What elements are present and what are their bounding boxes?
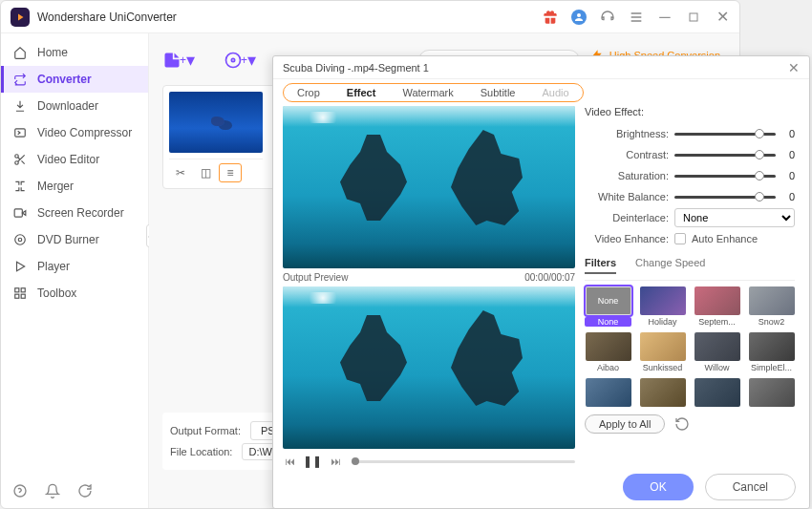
whitebalance-row: White Balance: 0 [585,186,795,207]
bell-icon[interactable] [45,483,60,498]
svg-rect-9 [15,288,19,292]
preview-output [283,286,575,449]
editor-title: Scuba Diving -.mp4-Segment 1 [283,62,429,74]
sidebar-label: Video Compressor [37,126,132,139]
tab-effect[interactable]: Effect [333,84,390,101]
app-title: Wondershare UniConverter [37,11,543,24]
svg-marker-8 [17,262,25,270]
sidebar-item-converter[interactable]: Converter [1,66,148,93]
filter-aibao[interactable]: Aibao [585,332,631,372]
scissors-icon [12,152,28,167]
sidebar-label: Video Editor [37,153,99,166]
sidebar: Home Converter Downloader Video Compress… [1,33,149,508]
sidebar-label: Home [37,46,68,59]
gift-icon[interactable] [543,10,558,25]
enhance-row: Video Enhance: Auto Enhance [585,228,795,249]
menu-icon[interactable] [629,10,644,25]
file-location-label: File Location: [170,446,232,457]
sidebar-item-recorder[interactable]: Screen Recorder [1,200,148,226]
tab-watermark[interactable]: Watermark [389,84,466,101]
svg-rect-12 [21,294,25,298]
pause-icon[interactable]: ❚❚ [306,455,319,468]
add-file-button[interactable]: + ▾ [162,50,195,71]
file-mini-tools: ✂ ◫ ≡ [169,159,263,182]
disc-icon [12,232,28,247]
filter-sunkissed[interactable]: Sunkissed [639,332,686,372]
sidebar-item-dvd[interactable]: DVD Burner [1,226,148,253]
subtab-filters[interactable]: Filters [585,257,616,274]
sidebar-item-compressor[interactable]: Video Compressor [1,119,148,146]
user-icon[interactable] [571,10,587,25]
home-icon [12,45,28,60]
preview-timecode: 00:00/00:07 [524,272,575,283]
saturation-slider[interactable] [674,175,776,178]
effects-icon[interactable]: ≡ [219,163,242,182]
cancel-button[interactable]: Cancel [705,474,796,500]
next-frame-icon[interactable]: ⏭ [329,455,342,468]
titlebar: Wondershare UniConverter ─ ✕ [1,1,739,33]
subtab-speed[interactable]: Change Speed [635,257,705,274]
brightness-row: Brightness: 0 [585,123,795,144]
sidebar-item-toolbox[interactable]: Toolbox [1,280,148,307]
filter-extra-4[interactable] [748,378,795,407]
tab-subtitle[interactable]: Subtitle [467,84,529,101]
grid-icon [12,286,28,301]
sidebar-label: Converter [37,73,92,86]
ok-button[interactable]: OK [623,474,693,500]
contrast-row: Contrast: 0 [585,144,795,165]
headset-icon[interactable] [600,10,615,25]
minimize-icon[interactable]: ─ [657,10,673,25]
filter-simpleel[interactable]: SimpleEl... [748,332,795,372]
help-icon[interactable] [12,483,28,498]
svg-point-0 [577,13,581,17]
contrast-slider[interactable] [674,154,776,157]
sidebar-item-player[interactable]: Player [1,253,148,280]
apply-to-all-button[interactable]: Apply to All [585,414,665,434]
filter-none[interactable]: NoneNone [585,286,631,327]
sidebar-item-home[interactable]: Home [1,39,148,66]
crop-icon[interactable]: ◫ [194,163,217,182]
sidebar-label: Player [37,260,70,273]
preview-original [283,106,575,268]
editor-header: Scuba Diving -.mp4-Segment 1 ✕ [273,56,809,79]
app-logo [11,8,30,27]
svg-point-14 [226,53,241,68]
reset-icon[interactable] [674,416,690,432]
filter-holiday[interactable]: Holiday [639,286,686,327]
filter-extra-1[interactable] [585,378,631,407]
record-icon [12,205,28,221]
auto-enhance-checkbox[interactable] [674,233,686,244]
filter-extra-2[interactable] [639,378,686,407]
editor-close-icon[interactable]: ✕ [788,60,800,75]
editor-body: Output Preview 00:00/00:07 Video Effect:… [273,106,809,453]
sidebar-label: Screen Recorder [37,206,124,220]
filter-september[interactable]: Septem... [694,286,740,327]
filter-extra-3[interactable] [694,378,740,407]
filter-willow[interactable]: Willow [694,332,740,372]
feedback-icon[interactable] [77,483,93,498]
sidebar-label: Merger [37,180,74,193]
preview-meta: Output Preview 00:00/00:07 [283,272,575,283]
compress-icon [12,125,28,140]
whitebalance-slider[interactable] [674,196,776,199]
maximize-icon[interactable] [686,10,701,25]
brightness-slider[interactable] [674,133,776,136]
filter-snow2[interactable]: Snow2 [748,286,795,327]
filter-grid: NoneNone Holiday Septem... Snow2 Aibao S… [585,286,795,407]
tab-crop[interactable]: Crop [284,84,333,101]
deinterlace-select[interactable]: None [674,208,795,227]
tab-audio[interactable]: Audio [528,84,582,101]
playbar: ⏮ ❚❚ ⏭ [283,455,575,468]
close-icon[interactable]: ✕ [715,10,730,25]
sidebar-item-downloader[interactable]: Downloader [1,93,148,119]
sidebar-item-merger[interactable]: Merger [1,173,148,200]
sidebar-item-editor[interactable]: Video Editor [1,146,148,173]
add-dvd-button[interactable]: + ▾ [224,50,256,71]
file-thumbnail [169,92,263,153]
seek-track[interactable] [352,460,575,463]
svg-rect-11 [15,294,19,298]
prev-frame-icon[interactable]: ⏮ [283,455,296,468]
merge-icon [12,179,28,194]
trim-icon[interactable]: ✂ [169,163,192,182]
preview-label: Output Preview [283,272,348,283]
